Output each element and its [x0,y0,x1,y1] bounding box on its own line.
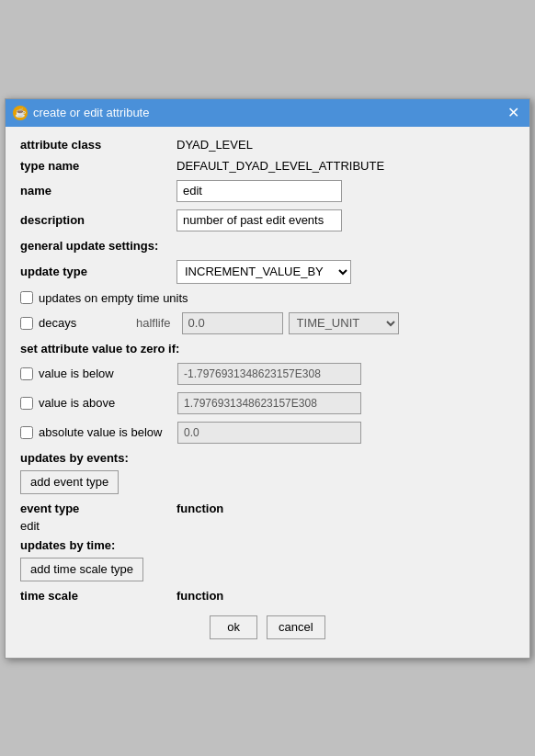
type-name-row: type name DEFAULT_DYAD_LEVEL_ATTRIBUTE [20,159,515,173]
halflife-unit-select[interactable]: TIME_UNIT [289,312,399,334]
add-time-scale-container: add time scale type [20,558,515,581]
events-col-function: function [176,502,223,515]
attribute-class-label: attribute class [20,138,176,152]
update-type-row: update type INCREMENT_VALUE_BY [20,260,515,284]
halflife-label: halflife [136,316,171,330]
dialog-content: attribute class DYAD_LEVEL type name DEF… [6,127,529,658]
dialog-window: ☕ create or edit attribute ✕ attribute c… [5,98,530,659]
value-below-row: value is below [20,363,515,385]
description-label: description [20,213,176,227]
abs-value-below-label: absolute value is below [39,425,172,439]
value-below-input[interactable] [177,363,361,385]
updates-empty-label: updates on empty time units [39,291,188,305]
title-bar: ☕ create or edit attribute ✕ [6,99,529,127]
close-button[interactable]: ✕ [504,104,522,122]
name-input[interactable] [176,180,342,202]
events-row-event-type: edit [20,519,176,533]
cancel-button[interactable]: cancel [267,615,325,639]
java-icon: ☕ [13,106,28,120]
add-event-type-button[interactable]: add event type [20,470,119,494]
value-below-checkbox[interactable] [20,367,33,380]
time-table-header: time scale function [20,589,515,603]
general-update-header: general update settings: [20,239,515,253]
value-above-row: value is above [20,392,515,414]
decays-row: decays halflife TIME_UNIT [20,312,515,334]
type-name-label: type name [20,159,176,173]
value-above-input[interactable] [177,392,361,414]
ok-button[interactable]: ok [210,615,257,639]
value-below-label: value is below [39,367,172,380]
description-row: description [20,209,515,231]
update-type-select[interactable]: INCREMENT_VALUE_BY [176,260,351,284]
value-above-label: value is above [39,396,172,410]
abs-value-below-input[interactable] [177,422,361,444]
name-row: name [20,180,515,202]
description-input[interactable] [176,209,342,231]
update-type-label: update type [20,265,176,278]
abs-value-below-row: absolute value is below [20,422,515,444]
halflife-input[interactable] [182,312,283,334]
attribute-class-value: DYAD_LEVEL [176,138,253,152]
value-above-checkbox[interactable] [20,397,33,410]
name-label: name [20,184,176,197]
decays-checkbox[interactable] [20,317,33,330]
events-table-row: edit [20,519,515,533]
attribute-class-row: attribute class DYAD_LEVEL [20,138,515,152]
window-title: create or edit attribute [33,106,149,119]
abs-value-below-checkbox[interactable] [20,426,33,439]
updates-empty-row: updates on empty time units [20,291,515,305]
time-col-scale: time scale [20,589,176,603]
title-bar-left: ☕ create or edit attribute [13,106,149,120]
events-section-header: updates by events: [20,451,515,465]
decays-label: decays [39,316,131,330]
button-row: ok cancel [20,606,515,647]
time-section-header: updates by time: [20,538,515,552]
zero-section-header: set attribute value to zero if: [20,342,515,355]
add-event-type-container: add event type [20,470,515,494]
type-name-value: DEFAULT_DYAD_LEVEL_ATTRIBUTE [176,159,384,173]
updates-empty-checkbox[interactable] [20,291,33,304]
events-table-header: event type function [20,502,515,515]
add-time-scale-button[interactable]: add time scale type [20,558,143,581]
events-col-event-type: event type [20,502,176,515]
time-col-function: function [176,589,223,603]
